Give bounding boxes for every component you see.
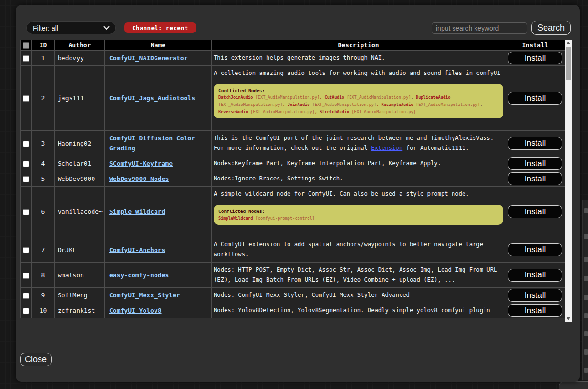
- header-description: Description: [212, 40, 505, 51]
- extension-name-link[interactable]: ComfyUI-Anchors: [109, 246, 165, 253]
- scroll-down-arrow-icon: [567, 317, 570, 320]
- row-checkbox[interactable]: [23, 308, 29, 314]
- description-text: for Automatic1111.: [402, 145, 469, 151]
- row-author: WebDev9000: [55, 171, 105, 187]
- row-id: 6: [32, 187, 55, 237]
- row-id: 9: [32, 288, 55, 303]
- description-text: A collection amazing audio tools for wor…: [214, 68, 503, 78]
- background-corner-panel: [559, 381, 588, 389]
- row-author: Scholar01: [55, 156, 105, 171]
- row-id: 4: [32, 156, 55, 171]
- row-description: This extension helps generate images thr…: [212, 51, 505, 66]
- row-description: Nodes: HTTP POST, Empty Dict, Assoc Str,…: [212, 263, 505, 288]
- table-row: 7 DrJKL ComfyUI-Anchors A ComfyUI extens…: [21, 237, 565, 263]
- row-author: bedovyy: [55, 51, 105, 66]
- header-install: Install: [505, 40, 565, 51]
- row-id: 1: [32, 51, 55, 66]
- row-author: DrJKL: [55, 237, 105, 263]
- install-button[interactable]: Install: [508, 157, 562, 170]
- row-author: zcfrank1st: [55, 303, 105, 318]
- scrollbar-down-button[interactable]: [565, 315, 572, 322]
- install-button[interactable]: Install: [508, 137, 562, 150]
- search-button[interactable]: Search: [531, 21, 571, 35]
- table-row: 1 bedovyy ComfyUI_NAIDGenerator This ext…: [21, 51, 565, 66]
- table-header-row: ID Author Name Description Install: [21, 40, 565, 51]
- row-checkbox[interactable]: [23, 55, 29, 62]
- background-menu-sliver: [582, 200, 588, 380]
- row-checkbox[interactable]: [23, 247, 29, 253]
- row-id: 2: [32, 66, 55, 131]
- extension-name-link[interactable]: SComfyUI-Keyframe: [109, 160, 173, 167]
- install-button[interactable]: Install: [508, 205, 562, 218]
- install-button[interactable]: Install: [508, 172, 562, 185]
- row-checkbox[interactable]: [23, 209, 29, 215]
- row-checkbox[interactable]: [23, 293, 29, 299]
- install-button[interactable]: Install: [508, 52, 562, 64]
- extension-name-link[interactable]: WebDev9000-Nodes: [109, 175, 169, 182]
- install-button[interactable]: Install: [508, 289, 562, 302]
- install-button[interactable]: Install: [508, 269, 562, 282]
- scrollbar-up-button[interactable]: [565, 40, 572, 46]
- extension-name-link[interactable]: ComfyUI_Mexx_Styler: [109, 292, 180, 299]
- extension-name-link[interactable]: ComfyUI_NAIDGenerator: [109, 54, 187, 62]
- custom-nodes-table: ID Author Name Description Install 1 bed…: [20, 40, 565, 318]
- table-row: 9 SoftMeng ComfyUI_Mexx_Styler Nodes: Co…: [21, 288, 565, 303]
- header-id: ID: [32, 40, 55, 51]
- search-input[interactable]: [432, 22, 527, 34]
- row-checkbox[interactable]: [23, 95, 29, 102]
- conflicted-nodes-warning: Conflicted Nodes:SimpleWildcard [comfyui…: [214, 205, 503, 225]
- row-description: A simple wildcard node for ComfyUI. Can …: [212, 187, 505, 237]
- extension-name-link[interactable]: easy-comfy-nodes: [109, 272, 169, 279]
- header-name: Name: [105, 40, 212, 51]
- scroll-up-arrow-icon: [567, 42, 570, 44]
- table-row: 10 zcfrank1st ComfyUI Yolov8 Nodes: Yolo…: [21, 303, 565, 318]
- header-checkbox-cell: [21, 40, 32, 51]
- table-row: 4 Scholar01 SComfyUI-Keyframe Nodes:Keyf…: [21, 156, 565, 171]
- table-row: 2 jags111 ComfyUI_Jags_Audiotools A coll…: [21, 66, 565, 131]
- filter-dropdown-label: Filter: all: [33, 24, 58, 32]
- table-row: 8 wmatson easy-comfy-nodes Nodes: HTTP P…: [21, 263, 565, 288]
- table-row: 6 vanillacode⋯ Simple Wildcard A simple …: [21, 187, 565, 237]
- row-description: A ComfyUI extension to add spatial ancho…: [212, 237, 505, 263]
- filter-dropdown[interactable]: Filter: all: [26, 21, 116, 34]
- row-author: jags111: [55, 66, 105, 131]
- install-button[interactable]: Install: [508, 243, 562, 256]
- row-checkbox[interactable]: [23, 176, 29, 182]
- close-button[interactable]: Close: [20, 353, 52, 366]
- conflicted-nodes-warning: Conflicted Nodes:BatchJoinAudio [EXT_Aud…: [214, 84, 503, 118]
- install-button[interactable]: Install: [508, 92, 562, 105]
- row-description: Nodes:Ignore Braces, Settings Switch.: [212, 171, 505, 187]
- row-description: Nodes: Yolov8Detection, Yolov8Segmentati…: [212, 303, 505, 318]
- row-id: 5: [32, 171, 55, 187]
- row-id: 3: [32, 131, 55, 156]
- extension-name-link[interactable]: Simple Wildcard: [109, 208, 165, 215]
- row-author: vanillacode⋯: [55, 187, 105, 237]
- row-description: A collection amazing audio tools for wor…: [212, 66, 505, 131]
- select-all-checkbox[interactable]: [23, 42, 29, 49]
- external-extension-link[interactable]: Extension: [371, 145, 402, 151]
- table-scrollbar[interactable]: [565, 40, 572, 322]
- row-description: This is the ComfyUI port of the joint re…: [212, 131, 505, 156]
- extension-name-link[interactable]: ComfyUI Diffusion Color Grading: [109, 135, 195, 152]
- chevron-down-icon: [103, 26, 110, 30]
- row-checkbox[interactable]: [23, 161, 29, 167]
- table-row: 3 Haoming02 ComfyUI Diffusion Color Grad…: [21, 131, 565, 156]
- row-checkbox[interactable]: [23, 141, 29, 147]
- row-id: 10: [32, 303, 55, 318]
- table-row: 5 WebDev9000 WebDev9000-Nodes Nodes:Igno…: [21, 171, 565, 187]
- row-author: SoftMeng: [55, 288, 105, 303]
- extension-name-link[interactable]: ComfyUI_Jags_Audiotools: [109, 95, 195, 102]
- channel-badge: Channel: recent: [124, 22, 196, 33]
- row-author: wmatson: [55, 263, 105, 288]
- extension-name-link[interactable]: ComfyUI Yolov8: [109, 307, 162, 314]
- row-checkbox[interactable]: [23, 273, 29, 279]
- description-text: A simple wildcard node for ComfyUI. Can …: [214, 189, 503, 199]
- row-id: 7: [32, 237, 55, 263]
- install-button[interactable]: Install: [508, 304, 562, 317]
- row-description: Nodes: ComfyUI Mexx Styler, ComfyUI Mexx…: [212, 288, 505, 303]
- scrollbar-thumb[interactable]: [566, 47, 571, 80]
- row-author: Haoming02: [55, 131, 105, 156]
- custom-nodes-table-container: ID Author Name Description Install 1 bed…: [20, 40, 572, 322]
- row-description: Nodes:Keyframe Part, Keyframe Interpolat…: [212, 156, 505, 171]
- custom-nodes-manager-dialog: Filter: all Channel: recent Search ID Au…: [16, 5, 580, 382]
